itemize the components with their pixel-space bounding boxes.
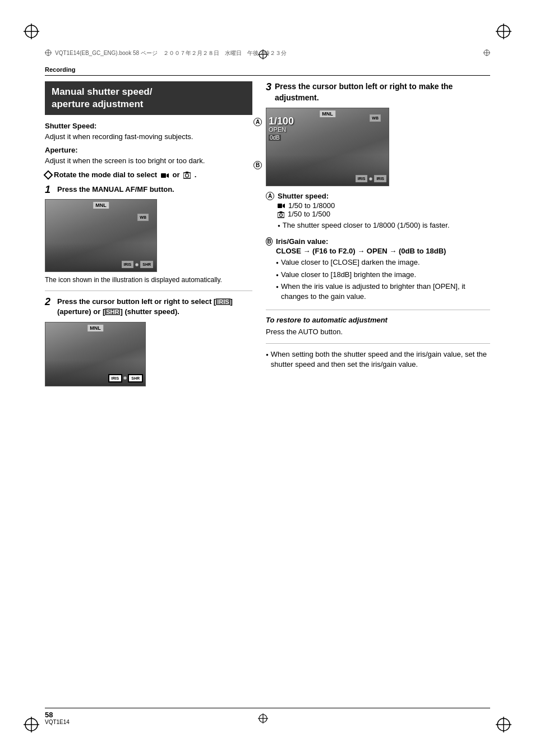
shutter-bullet-list: The shutter speed closer to 1/8000 (1/50… — [278, 220, 450, 231]
restore-title: To restore to automatic adjustment — [266, 316, 490, 324]
shutter-speed-body: Adjust it when recording fast-moving sub… — [45, 131, 252, 142]
iris-bullet-list: Value closer to [CLOSE] darken the image… — [276, 257, 490, 302]
shutter-bullet-item: The shutter speed closer to 1/8000 (1/50… — [278, 220, 450, 231]
shutter-value: 1/100 — [269, 116, 294, 126]
gain-value: 0dB — [269, 135, 281, 141]
wb-icon-3: WB — [370, 113, 381, 121]
wb-icon-1: WB — [137, 212, 149, 220]
photo-icon-2 — [278, 210, 284, 218]
header-cross-icon-right — [483, 49, 490, 57]
svg-marker-25 — [167, 173, 169, 178]
shr-icon-1: SHR — [140, 261, 153, 268]
mode-dial-text: Rotate the mode dial to select or . — [54, 170, 196, 179]
step2-text: Press the cursor button left or right to… — [57, 297, 252, 317]
mnl-tag-1: MNL — [93, 202, 109, 209]
shutter-speed-heading: Shutter Speed: — [45, 122, 252, 130]
iris-bullet-1: Value closer to [CLOSE] darken the image… — [276, 257, 490, 268]
screen2-overlay-icons: IRIS SHR — [108, 374, 143, 382]
step1-number: 1 — [45, 185, 54, 195]
camera-screen-3: MNL 1/100 OPEN 0dB WB IRIS IRIS — [266, 108, 389, 186]
svg-rect-29 — [278, 204, 282, 208]
right-column: 3 Press the cursor button left or right … — [266, 81, 490, 390]
dot-icon-2 — [123, 376, 127, 380]
mode-dial-instruction: Rotate the mode dial to select or . — [45, 170, 252, 179]
page-number: 58 — [45, 711, 490, 719]
final-bullet-list: When setting both the shutter speed and … — [266, 349, 490, 370]
screen3-right-icons: IRIS IRIS — [356, 175, 386, 182]
reg-mark-tr — [496, 24, 511, 39]
reg-mark-br — [496, 717, 511, 732]
header-cross-icon — [45, 49, 52, 57]
camera-screen-3-wrapper: A B MNL 1/100 OPEN 0dB — [266, 108, 490, 186]
svg-marker-30 — [283, 204, 285, 208]
shr-highlighted: SHR — [128, 374, 143, 382]
iris-bullet-3: When the iris value is adjusted to brigh… — [276, 282, 490, 302]
shutter-speed-info: A Shutter speed: 1/50 to 1/8000 — [266, 192, 490, 233]
iris-icon-1: IRIS — [122, 261, 134, 268]
svg-rect-28 — [186, 172, 188, 173]
title-box: Manual shutter speed/ aperture adjustmen… — [45, 81, 252, 115]
step2-heading: 2 Press the cursor button left or right … — [45, 297, 252, 317]
iris-bullet-2: Value closer to [18dB] brighten the imag… — [276, 270, 490, 280]
screen1-caption: The icon shown in the illustration is di… — [45, 275, 252, 285]
main-title: Manual shutter speed/ aperture adjustmen… — [52, 86, 246, 110]
svg-rect-31 — [278, 213, 284, 218]
dot-icon-3 — [369, 177, 372, 181]
step3-heading-row: 3 Press the cursor button left or right … — [266, 81, 490, 103]
screen3-left-overlay: 1/100 OPEN 0dB — [269, 116, 294, 141]
mnl-tag-2: MNL — [87, 325, 103, 331]
page-code: VQT1E14 — [45, 719, 490, 725]
mnl-tag-3: MNL — [320, 110, 335, 117]
iris-highlighted: IRIS — [108, 374, 123, 382]
iris-gain-details: Iris/Gain value: CLOSE → (F16 to F2.0) →… — [276, 237, 490, 304]
shutter-speed-info-row: A Shutter speed: 1/50 to 1/8000 — [266, 192, 490, 233]
header-bar: VQT1E14(EB_GC_ENG).book 58 ページ ２００７年２月２８… — [45, 49, 490, 57]
step3-number: 3 — [266, 81, 271, 93]
dot-icon — [135, 263, 139, 266]
svg-point-27 — [186, 174, 189, 177]
aperture-body: Adjust it when the screen is too bright … — [45, 155, 252, 167]
reg-mark-tl — [24, 24, 39, 39]
reg-mark-bl — [24, 717, 39, 732]
shutter-speed-sub-heading: Shutter speed: — [278, 192, 329, 200]
svg-point-32 — [280, 214, 283, 216]
svg-rect-24 — [161, 173, 166, 178]
video-icon — [161, 170, 169, 179]
circle-b-info: B — [266, 237, 273, 246]
label-a: A — [253, 118, 262, 126]
left-column: Manual shutter speed/ aperture adjustmen… — [45, 81, 252, 390]
iris-gain-info-row: B Iris/Gain value: CLOSE → (F16 to F2.0)… — [266, 237, 490, 304]
step1-heading: 1 Press the MANUAL AF/MF button. — [45, 185, 252, 195]
final-bullet: When setting both the shutter speed and … — [266, 349, 490, 370]
camera-screen-1: MNL WB IRIS SHR — [45, 199, 157, 272]
page-footer: 58 VQT1E14 — [45, 708, 490, 725]
photo-icon — [183, 170, 191, 179]
screen1-overlay-icons: IRIS SHR — [122, 261, 153, 268]
open-value: OPEN — [269, 126, 294, 133]
inner-divider-right-2 — [266, 343, 490, 344]
iris-formula: CLOSE → (F16 to F2.0) → OPEN → (0dB to 1… — [276, 247, 490, 255]
label-b-container: B — [253, 161, 262, 169]
shutter-video-row: 1/50 to 1/8000 — [278, 201, 450, 210]
label-a-container: A — [253, 118, 262, 126]
iris-icon-3a: IRIS — [356, 175, 368, 182]
shutter-video-range: 1/50 to 1/8000 — [288, 201, 335, 210]
inner-divider-right — [266, 310, 490, 310]
shutter-speed-details: Shutter speed: 1/50 to 1/8000 — [278, 192, 450, 233]
video-icon-2 — [278, 201, 285, 210]
label-b: B — [253, 161, 262, 169]
shutter-photo-range: 1/50 to 1/500 — [288, 210, 330, 218]
section-divider — [45, 75, 490, 76]
camera-screen-2: MNL IRIS SHR — [45, 322, 146, 386]
iris-icon-3b: IRIS — [374, 175, 386, 182]
iris-gain-info: B Iris/Gain value: CLOSE → (F16 to F2.0)… — [266, 237, 490, 304]
step2-number: 2 — [45, 297, 54, 307]
restore-body: Press the AUTO button. — [266, 326, 490, 338]
step3-text: Press the cursor button left or right to… — [275, 81, 490, 103]
diamond-icon — [44, 170, 53, 180]
step1-text: Press the MANUAL AF/MF button. — [57, 185, 174, 195]
iris-badge: IRIS — [216, 298, 230, 305]
inner-divider-1 — [45, 291, 252, 291]
aperture-heading: Aperture: — [45, 146, 252, 154]
shr-badge: SHR — [105, 308, 120, 315]
